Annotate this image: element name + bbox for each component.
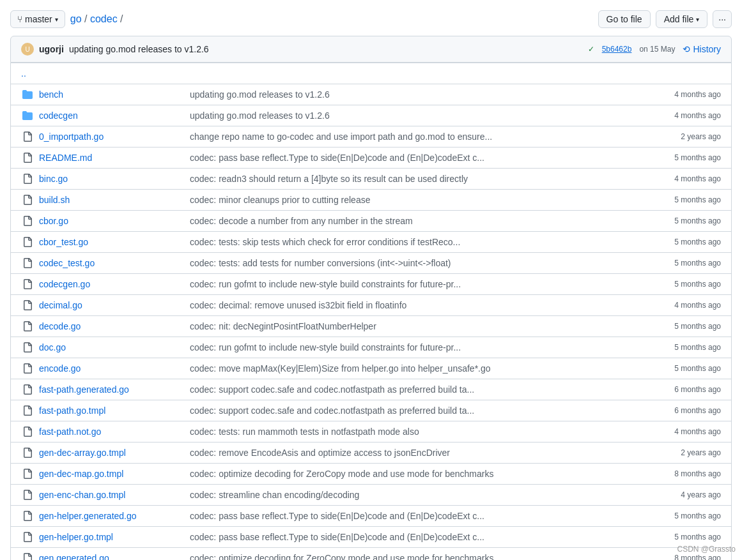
file-time-col: 5 months ago bbox=[644, 238, 721, 246]
branch-icon: ⑂ bbox=[17, 14, 22, 24]
file-name-link[interactable]: cbor_test.go bbox=[39, 237, 88, 247]
folder-icon bbox=[21, 89, 34, 100]
file-name-col: doc.go bbox=[39, 342, 180, 352]
file-name-col: fast-path.generated.go bbox=[39, 384, 180, 395]
top-bar-left: ⑂ master ▾ go / codec / bbox=[10, 10, 123, 28]
file-name-link[interactable]: gen-helper.go.tmpl bbox=[39, 532, 113, 542]
file-name-col: cbor.go bbox=[39, 216, 180, 226]
file-name-col: gen.generated.go bbox=[39, 553, 180, 560]
file-commit-col: codec: run gofmt to include new-style bu… bbox=[180, 279, 644, 289]
file-icon bbox=[21, 469, 34, 479]
breadcrumb-go-link[interactable]: go bbox=[70, 13, 82, 24]
file-name-link[interactable]: gen-dec-map.go.tmpl bbox=[39, 469, 123, 479]
table-row: gen-dec-map.go.tmpl codec: optimize deco… bbox=[11, 463, 731, 484]
file-commit-col: codec: support codec.safe and codec.notf… bbox=[180, 384, 644, 395]
file-commit-col: updating go.mod releases to v1.2.6 bbox=[180, 110, 644, 121]
table-row: gen-helper.go.tmpl codec: pass base refl… bbox=[11, 526, 731, 547]
file-commit-col: codec: optimize decoding for ZeroCopy mo… bbox=[180, 469, 644, 479]
branch-selector[interactable]: ⑂ master ▾ bbox=[10, 10, 65, 28]
file-name-link[interactable]: 0_importpath.go bbox=[39, 132, 104, 142]
file-commit-col: codec: tests: skip tests which check for… bbox=[180, 237, 644, 247]
table-row: encode.go codec: move mapMax(Key|Elem)Si… bbox=[11, 358, 731, 379]
commit-bar: U ugorji updating go.mod releases to v1.… bbox=[10, 36, 732, 63]
table-row: .. bbox=[11, 63, 731, 84]
file-name-link[interactable]: README.md bbox=[39, 153, 92, 163]
file-icon bbox=[21, 405, 34, 416]
parent-dir-link[interactable]: .. bbox=[21, 68, 26, 79]
chevron-down-icon: ▾ bbox=[55, 16, 58, 23]
commit-date: on 15 May bbox=[639, 45, 675, 54]
table-row: fast-path.generated.go codec: support co… bbox=[11, 379, 731, 400]
more-options-button[interactable]: ··· bbox=[713, 10, 732, 28]
file-name-col: gen-enc-chan.go.tmpl bbox=[39, 490, 180, 500]
breadcrumb-sep2: / bbox=[120, 13, 123, 24]
table-row: README.md codec: pass base reflect.Type … bbox=[11, 147, 731, 168]
file-name-link[interactable]: codecgen bbox=[39, 110, 78, 121]
file-name-col: codec_test.go bbox=[39, 258, 180, 268]
file-time-col: 5 months ago bbox=[644, 153, 721, 162]
table-row: 0_importpath.go change repo name to go-c… bbox=[11, 126, 731, 147]
file-icon bbox=[21, 532, 34, 542]
file-name-col: README.md bbox=[39, 153, 180, 163]
table-row: fast-path.go.tmpl codec: support codec.s… bbox=[11, 400, 731, 421]
commit-sha-link[interactable]: 5b6462b bbox=[602, 45, 632, 54]
file-name-link[interactable]: build.sh bbox=[39, 195, 70, 205]
add-file-button[interactable]: Add file ▾ bbox=[656, 10, 708, 28]
file-name-link[interactable]: fast-path.generated.go bbox=[39, 384, 129, 395]
file-icon bbox=[21, 553, 34, 560]
file-time-col: 4 months ago bbox=[644, 111, 721, 120]
file-time-col: 2 years ago bbox=[644, 132, 721, 141]
table-row: gen-enc-chan.go.tmpl codec: streamline c… bbox=[11, 484, 731, 505]
file-commit-col: codec: decimal: remove unused is32bit fi… bbox=[180, 300, 644, 310]
file-name-link[interactable]: cbor.go bbox=[39, 216, 68, 226]
table-row: fast-path.not.go codec: tests: run mammo… bbox=[11, 421, 731, 442]
commit-message: updating go.mod releases to v1.2.6 bbox=[69, 44, 209, 54]
file-name-link[interactable]: bench bbox=[39, 89, 63, 100]
file-name-link[interactable]: doc.go bbox=[39, 342, 66, 352]
table-row: binc.go codec: readn3 should return a [4… bbox=[11, 168, 731, 189]
file-name-link[interactable]: binc.go bbox=[39, 174, 68, 184]
history-icon: ⟲ bbox=[683, 44, 690, 54]
file-time-col: 2 years ago bbox=[644, 448, 721, 457]
file-time-col: 4 months ago bbox=[644, 301, 721, 310]
file-icon bbox=[21, 237, 34, 247]
file-name-link[interactable]: codecgen.go bbox=[39, 279, 90, 289]
file-name-link[interactable]: codec_test.go bbox=[39, 258, 95, 268]
file-time-col: 6 months ago bbox=[644, 406, 721, 415]
file-name-link[interactable]: gen-dec-array.go.tmpl bbox=[39, 448, 126, 458]
file-name-link[interactable]: encode.go bbox=[39, 363, 81, 374]
file-name-link[interactable]: gen.generated.go bbox=[39, 553, 109, 560]
table-row: cbor_test.go codec: tests: skip tests wh… bbox=[11, 231, 731, 252]
file-icon bbox=[21, 216, 34, 226]
file-commit-col: updating go.mod releases to v1.2.6 bbox=[180, 89, 644, 100]
table-row: bench updating go.mod releases to v1.2.6… bbox=[11, 84, 731, 105]
file-name-link[interactable]: decode.go bbox=[39, 321, 81, 331]
breadcrumb-codec-link[interactable]: codec bbox=[90, 13, 118, 24]
file-commit-col: codec: pass base reflect.Type to side(En… bbox=[180, 532, 644, 542]
history-link[interactable]: ⟲ History bbox=[683, 44, 721, 54]
file-name-col: binc.go bbox=[39, 174, 180, 184]
commit-author[interactable]: ugorji bbox=[39, 44, 64, 54]
file-time-col: 5 months ago bbox=[644, 280, 721, 289]
file-time-col: 8 months ago bbox=[644, 554, 721, 560]
file-time-col: 5 months ago bbox=[644, 322, 721, 331]
file-time-col: 8 months ago bbox=[644, 469, 721, 478]
file-time-col: 4 years ago bbox=[644, 490, 721, 499]
file-name-link[interactable]: gen-enc-chan.go.tmpl bbox=[39, 490, 125, 500]
history-label: History bbox=[693, 44, 721, 54]
file-name-link[interactable]: fast-path.not.go bbox=[39, 427, 101, 437]
file-name-link[interactable]: fast-path.go.tmpl bbox=[39, 405, 105, 416]
file-name-link[interactable]: decimal.go bbox=[39, 300, 82, 310]
file-name-col: gen-dec-map.go.tmpl bbox=[39, 469, 180, 479]
file-commit-col: codec: decode a number from any number i… bbox=[180, 216, 644, 226]
table-row: gen-helper.generated.go codec: pass base… bbox=[11, 505, 731, 526]
file-name-link[interactable]: gen-helper.generated.go bbox=[39, 511, 137, 521]
file-icon bbox=[21, 363, 34, 374]
file-icon bbox=[21, 448, 34, 458]
file-time-col: 6 months ago bbox=[644, 385, 721, 394]
table-row: doc.go codec: run gofmt to include new-s… bbox=[11, 337, 731, 358]
file-commit-col: codec: readn3 should return a [4]byte so… bbox=[180, 174, 644, 184]
table-row: gen.generated.go codec: optimize decodin… bbox=[11, 547, 731, 560]
breadcrumb: go / codec / bbox=[70, 13, 123, 25]
go-to-file-button[interactable]: Go to file bbox=[598, 10, 651, 28]
